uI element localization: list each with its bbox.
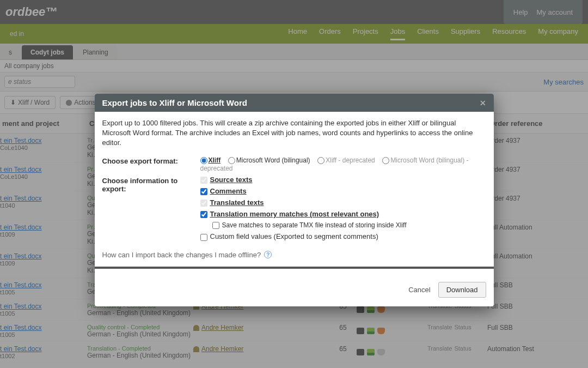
- help-icon[interactable]: ?: [264, 251, 272, 258]
- modal-description: Export up to 1000 filtered jobs. This wi…: [102, 118, 486, 148]
- radio-xliff[interactable]: Xliff: [200, 156, 221, 164]
- modal-overlay: Export jobs to Xliff or Microsoft Word ✕…: [0, 0, 588, 368]
- info-label: Choose information to export:: [102, 176, 200, 193]
- modal-title: Export jobs to Xliff or Microsoft Word: [102, 98, 247, 107]
- export-modal: Export jobs to Xliff or Microsoft Word ✕…: [95, 94, 494, 306]
- radio-word[interactable]: Microsoft Word (bilingual): [228, 156, 310, 164]
- checkbox-translated-texts[interactable]: Translated texts: [200, 198, 486, 207]
- modal-header: Export jobs to Xliff or Microsoft Word ✕: [95, 94, 494, 112]
- checkbox-source-texts[interactable]: Source texts: [200, 176, 486, 184]
- checkbox-tm-matches[interactable]: Translation memory matches (most relevan…: [200, 210, 486, 218]
- download-button[interactable]: Download: [438, 282, 486, 298]
- format-options: Xliff Microsoft Word (bilingual) Xliff -…: [200, 156, 486, 172]
- import-hint: How can I import back the changes I made…: [102, 251, 486, 259]
- modal-footer: Cancel Download: [95, 275, 494, 306]
- format-label: Choose export format:: [102, 156, 200, 165]
- checkbox-comments[interactable]: Comments: [200, 187, 486, 195]
- checkbox-custom-fields[interactable]: Custom field values (Exported to segment…: [200, 232, 486, 240]
- close-icon[interactable]: ✕: [480, 99, 486, 107]
- radio-xliff-deprecated[interactable]: Xliff - deprecated: [317, 156, 375, 164]
- cancel-button[interactable]: Cancel: [408, 286, 430, 294]
- checkbox-tmx-separate[interactable]: Save matches to separate TMX file instea…: [212, 221, 486, 229]
- modal-divider: [95, 267, 494, 269]
